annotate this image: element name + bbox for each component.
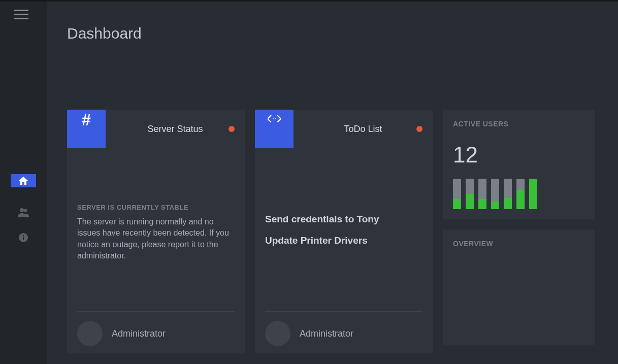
avatar	[77, 321, 103, 346]
svg-rect-3	[23, 237, 24, 240]
card-title: Server Status	[106, 110, 245, 135]
chart-bar	[466, 179, 474, 209]
chart-bar-fill	[453, 199, 461, 209]
menu-toggle-button[interactable]	[14, 7, 28, 22]
chart-bar-fill	[529, 179, 537, 209]
chart-bar	[491, 179, 499, 209]
server-status-text: The server is running normally and no is…	[77, 216, 235, 262]
card-header: # Server Status	[67, 110, 245, 148]
code-icon	[255, 110, 294, 148]
chart-bar	[504, 179, 512, 209]
chart-bar	[516, 179, 525, 209]
info-icon	[19, 233, 28, 242]
chart-bar-fill	[516, 190, 525, 209]
cards-container: # Server Status SERVER IS CURRENTLY STAB…	[67, 110, 598, 353]
author-name: Administrator	[300, 328, 353, 339]
page-title: Dashboard	[67, 25, 142, 42]
hash-icon: #	[67, 110, 106, 148]
sidebar-item-info[interactable]	[11, 225, 36, 250]
server-status-subtitle: SERVER IS CURRENTLY STABLE	[77, 204, 235, 211]
card-header: ToDo List	[255, 110, 433, 148]
main-content: Dashboard # Server Status SERVER IS CURR…	[47, 2, 618, 364]
avatar	[265, 321, 290, 346]
status-indicator-dot	[416, 126, 422, 132]
home-icon	[19, 177, 28, 185]
chart-bar	[478, 179, 486, 209]
card-footer: Administrator	[77, 311, 235, 346]
svg-point-5	[273, 118, 274, 119]
card-footer: Administrator	[265, 311, 422, 346]
todo-item[interactable]: Send credentials to Tony	[265, 214, 422, 225]
active-users-count: 12	[453, 142, 585, 168]
svg-point-0	[20, 208, 24, 212]
chart-bar	[453, 179, 461, 209]
sidebar-item-home[interactable]	[11, 174, 36, 187]
chart-bar	[529, 179, 537, 209]
chart-bar-fill	[478, 199, 486, 209]
users-icon	[18, 208, 29, 217]
todo-item[interactable]: Update Printer Drivers	[265, 235, 422, 246]
server-status-card: # Server Status SERVER IS CURRENTLY STAB…	[67, 110, 245, 353]
active-users-chart	[453, 179, 585, 209]
active-users-card: ACTIVE USERS 12	[443, 110, 595, 219]
author-name: Administrator	[112, 328, 166, 339]
svg-point-1	[24, 209, 27, 212]
overview-card: OVERVIEW	[443, 229, 595, 345]
status-indicator-dot	[229, 126, 235, 132]
active-users-title: ACTIVE USERS	[453, 120, 585, 128]
svg-point-6	[275, 118, 276, 119]
todo-card: ToDo List Send credentials to Tony Updat…	[255, 110, 433, 353]
svg-point-4	[23, 235, 24, 236]
chart-bar-fill	[504, 198, 512, 209]
sidebar	[0, 2, 47, 364]
sidebar-item-users[interactable]	[11, 200, 36, 225]
chart-bar-fill	[491, 202, 499, 209]
overview-title: OVERVIEW	[453, 240, 585, 248]
chart-bar-fill	[466, 194, 474, 209]
top-border	[0, 0, 618, 2]
card-title: ToDo List	[294, 110, 433, 135]
todo-list: Send credentials to Tony Update Printer …	[265, 214, 422, 256]
